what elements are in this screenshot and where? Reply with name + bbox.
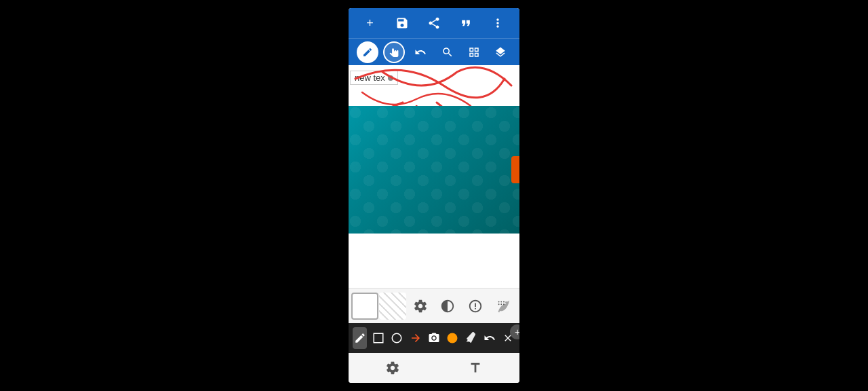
circle-draw-button[interactable] — [390, 327, 404, 349]
pencil-tool-button[interactable] — [357, 41, 378, 63]
quote-button[interactable] — [455, 12, 477, 34]
undo-draw-button[interactable] — [482, 327, 496, 349]
share-button[interactable] — [423, 12, 445, 34]
top-toolbar: + — [349, 8, 519, 38]
right-handle[interactable] — [511, 156, 519, 183]
canvas-teal-section — [349, 106, 519, 234]
svg-point-11 — [393, 333, 402, 343]
app-container: + — [349, 8, 519, 383]
svg-point-5 — [500, 301, 502, 302]
arrow-draw-button[interactable] — [408, 327, 422, 349]
bottom-white-area — [349, 234, 519, 288]
svg-point-12 — [448, 333, 458, 343]
layers-button[interactable] — [490, 41, 511, 63]
rect-draw-button[interactable] — [371, 327, 385, 349]
extra-tools-bar — [349, 353, 519, 383]
grid-button[interactable] — [463, 41, 485, 63]
secondary-toolbar — [349, 38, 519, 65]
dots-option[interactable] — [490, 293, 517, 320]
undo-button[interactable] — [410, 41, 431, 63]
svg-point-6 — [503, 301, 505, 302]
contrast-option[interactable] — [434, 293, 461, 320]
target-option[interactable] — [462, 293, 489, 320]
canvas-area: new tex — [349, 65, 519, 234]
hand-tool-button[interactable] — [383, 41, 405, 63]
bg-pattern-toolbar — [349, 288, 519, 323]
svg-point-8 — [500, 303, 502, 305]
add-button[interactable]: + — [359, 12, 381, 34]
camera-button[interactable] — [427, 327, 441, 349]
color-pick-button[interactable] — [446, 327, 460, 349]
text-cursor — [388, 75, 393, 81]
svg-point-7 — [498, 303, 499, 305]
settings-tool-button[interactable] — [380, 356, 405, 380]
eraser-button[interactable] — [464, 327, 478, 349]
save-button[interactable] — [391, 12, 413, 34]
text-element[interactable]: new tex — [350, 71, 398, 85]
pencil-draw-button[interactable] — [353, 327, 367, 349]
brightness-option[interactable] — [407, 293, 434, 320]
svg-point-4 — [498, 301, 499, 302]
more-button[interactable] — [487, 12, 509, 34]
svg-point-9 — [503, 303, 505, 305]
svg-rect-10 — [374, 333, 383, 343]
zoom-button[interactable] — [437, 41, 458, 63]
stripes-bg-option[interactable] — [379, 293, 406, 320]
plain-bg-option[interactable] — [351, 293, 378, 320]
canvas-white-section: new tex — [349, 65, 519, 106]
text-content: new tex — [355, 73, 385, 83]
drawing-toolbar: + — [349, 323, 519, 353]
text-tool-button[interactable] — [463, 356, 488, 380]
